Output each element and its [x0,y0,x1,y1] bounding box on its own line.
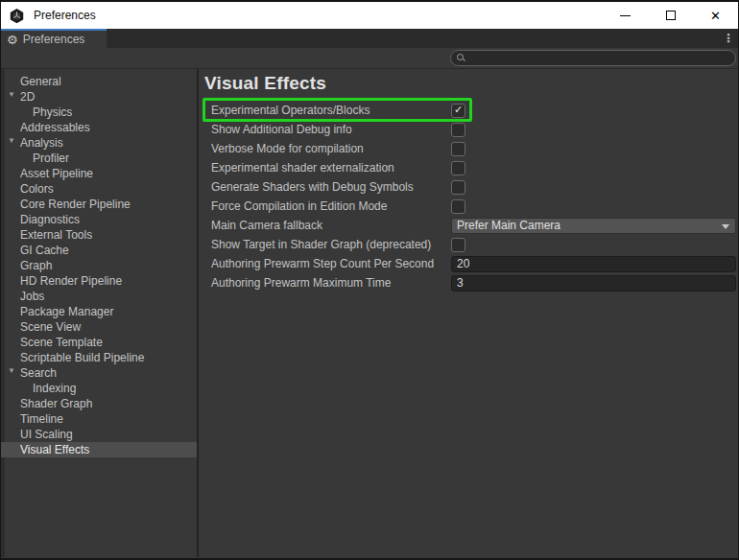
search-icon [456,53,465,62]
toolbar [1,48,738,69]
sidebar-item-external-tools[interactable]: External Tools [1,227,197,243]
experimental-operators-blocks-checkbox[interactable]: ✓ [451,104,465,118]
sidebar-item-ui-scaling[interactable]: UI Scaling [1,427,197,442]
sidebar-item-2d[interactable]: ▼2D [1,89,197,105]
experimental-shader-externalization-checkbox[interactable] [451,161,465,175]
sidebar-item-hd-render-pipeline[interactable]: HD Render Pipeline [1,273,197,289]
sidebar-item-label: Package Manager [20,305,113,318]
sidebar-item-jobs[interactable]: Jobs [1,289,197,304]
sidebar-item-label: UI Scaling [20,428,73,441]
collapse-triangle-icon[interactable]: ▼ [8,136,15,145]
chevron-down-icon [722,224,729,229]
sidebar-item-label: Scriptable Build Pipeline [20,351,144,364]
show-additional-debug-info-checkbox[interactable] [451,123,465,137]
collapse-triangle-icon[interactable]: ▼ [8,366,15,375]
setting-row-verbose-mode-for-compilation: Verbose Mode for compilation [211,139,738,158]
sidebar-item-timeline[interactable]: Timeline [1,411,197,427]
generate-shaders-with-debug-symbols-checkbox[interactable] [451,180,465,195]
sidebar-item-visual-effects[interactable]: Visual Effects [1,442,197,457]
setting-row-force-compilation-in-edition-mode: Force Compilation in Edition Mode [211,197,738,216]
sidebar-item-label: External Tools [20,228,92,242]
sidebar-item-label: GI Cache [20,244,69,257]
sidebar-item-label: Physics [33,105,72,119]
setting-row-generate-shaders-with-debug-symbols: Generate Shaders with Debug Symbols [211,177,738,197]
setting-row-show-target-in-shader-graph-deprecated: Show Target in Shader Graph (deprecated) [211,235,738,254]
window-titlebar: Preferences ✕ [1,2,738,29]
setting-label: Experimental Operators/Blocks [211,104,451,117]
checkmark-icon: ✓ [454,105,463,115]
setting-row-authoring-prewarm-step-count-per-second: Authoring Prewarm Step Count Per Second [211,254,738,273]
sidebar-item-profiler[interactable]: Profiler [1,151,197,166]
kebab-menu-icon[interactable]: ⋮ [721,29,736,48]
sidebar-item-graph[interactable]: Graph [1,258,197,273]
search-input[interactable] [469,51,735,65]
search-box[interactable] [450,50,736,66]
sidebar-item-label: General [20,75,61,88]
main-camera-fallback-dropdown[interactable]: Prefer Main Camera [451,218,736,234]
sidebar-item-label: Shader Graph [20,397,92,410]
unity-logo-icon [9,8,25,24]
sidebar-item-asset-pipeline[interactable]: Asset Pipeline [1,166,197,181]
sidebar-item-label: Colors [20,182,54,196]
preferences-window: Preferences ✕ ⚙ Preferences ⋮ General▼2D… [0,0,739,560]
collapse-triangle-icon[interactable]: ▼ [8,90,15,99]
verbose-mode-for-compilation-checkbox[interactable] [451,142,465,156]
sidebar-item-package-manager[interactable]: Package Manager [1,304,197,319]
show-target-in-shader-graph-deprecated-checkbox[interactable] [451,238,465,252]
tab-bar: ⚙ Preferences ⋮ [1,29,738,48]
sidebar-item-physics[interactable]: Physics [1,105,197,120]
sidebar-item-core-render-pipeline[interactable]: Core Render Pipeline [1,197,197,212]
sidebar-item-label: Scene View [20,320,81,334]
setting-row-authoring-prewarm-maximum-time: Authoring Prewarm Maximum Time [211,273,738,292]
sidebar-item-label: Diagnostics [20,213,80,226]
setting-label: Generate Shaders with Debug Symbols [211,180,451,194]
sidebar-item-indexing[interactable]: Indexing [1,381,197,396]
page-title: Visual Effects [204,73,326,94]
setting-row-main-camera-fallback: Main Camera fallbackPrefer Main Camera [211,216,738,235]
sidebar-item-colors[interactable]: Colors [1,181,197,197]
sidebar-item-scriptable-build-pipeline[interactable]: Scriptable Build Pipeline [1,350,197,365]
setting-label: Verbose Mode for compilation [211,142,451,155]
sidebar: General▼2DPhysicsAddressables▼AnalysisPr… [1,69,199,557]
sidebar-item-scene-view[interactable]: Scene View [1,319,197,335]
sidebar-item-label: HD Render Pipeline [20,274,122,288]
sidebar-item-label: Addressables [20,121,90,134]
authoring-prewarm-maximum-time-field[interactable] [451,275,736,292]
sidebar-item-general[interactable]: General [1,74,197,89]
sidebar-item-label: Visual Effects [20,443,89,456]
force-compilation-in-edition-mode-checkbox[interactable] [451,199,465,214]
settings-panel: Visual Effects Experimental Operators/Bl… [199,69,738,557]
setting-label: Authoring Prewarm Step Count Per Second [211,257,451,270]
settings-rows: Experimental Operators/Blocks✓Show Addit… [211,101,738,292]
sidebar-item-label: Timeline [20,412,63,426]
maximize-icon[interactable] [648,2,693,29]
setting-label: Show Target in Shader Graph (deprecated) [211,238,451,251]
sidebar-item-search[interactable]: ▼Search [1,365,197,381]
sidebar-item-label: Graph [20,259,52,272]
sidebar-item-label: Core Render Pipeline [20,198,131,211]
sidebar-item-label: Profiler [33,152,69,165]
sidebar-item-scene-template[interactable]: Scene Template [1,335,197,350]
sidebar-item-analysis[interactable]: ▼Analysis [1,135,197,151]
sidebar-item-label: Search [20,366,57,380]
authoring-prewarm-step-count-per-second-field[interactable] [451,256,736,272]
setting-row-experimental-operators-blocks: Experimental Operators/Blocks✓ [211,101,738,120]
sidebar-item-label: 2D [20,90,35,104]
sidebar-item-diagnostics[interactable]: Diagnostics [1,212,197,227]
close-icon[interactable]: ✕ [693,2,738,29]
gear-icon: ⚙ [7,34,18,46]
sidebar-item-label: Indexing [33,382,76,395]
tab-preferences[interactable]: ⚙ Preferences [1,29,107,48]
setting-row-show-additional-debug-info: Show Additional Debug info [211,120,738,139]
setting-label: Force Compilation in Edition Mode [211,199,451,213]
window-title: Preferences [34,9,96,22]
sidebar-item-gi-cache[interactable]: GI Cache [1,243,197,258]
tab-label: Preferences [23,33,85,46]
sidebar-item-label: Asset Pipeline [20,167,93,180]
sidebar-item-label: Jobs [20,290,44,303]
sidebar-item-addressables[interactable]: Addressables [1,120,197,135]
minimize-icon[interactable] [603,2,648,29]
sidebar-item-shader-graph[interactable]: Shader Graph [1,396,197,411]
setting-label: Main Camera fallback [211,219,451,232]
setting-label: Authoring Prewarm Maximum Time [211,276,451,290]
